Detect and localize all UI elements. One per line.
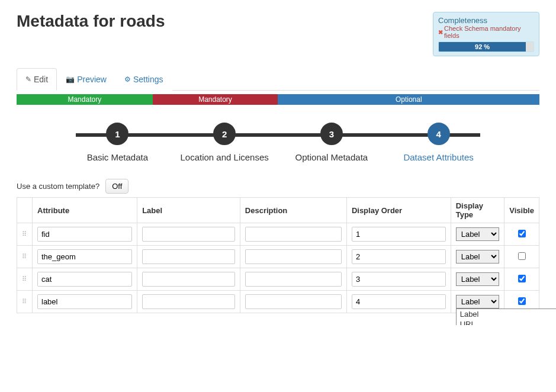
tab-label: Edit xyxy=(34,75,48,84)
drag-handle-icon[interactable]: ⠿ xyxy=(17,246,33,268)
display-type-select[interactable]: Label xyxy=(456,227,500,241)
step-label: Dataset Attributes xyxy=(403,152,473,162)
attribute-input[interactable] xyxy=(37,227,132,242)
band-red: Mandatory xyxy=(153,94,278,105)
table-row: ⠿Label xyxy=(17,223,539,246)
step-1[interactable]: 1Basic Metadata xyxy=(64,123,171,162)
display-type-select[interactable]: Label xyxy=(456,295,500,309)
display-type-select[interactable]: Label xyxy=(456,272,500,286)
tab-bar: ✎Edit📷Preview⚙Settings xyxy=(17,68,539,91)
edit-icon: ✎ xyxy=(25,75,31,83)
dropdown-option[interactable]: URL xyxy=(457,319,556,325)
column-attribute: Attribute xyxy=(33,198,137,223)
attribute-input[interactable] xyxy=(37,272,132,287)
attributes-table: Attribute Label Description Display Orde… xyxy=(17,197,539,313)
table-row: ⠿LabelLabelURLImageVideo (mp4)Video (ogg… xyxy=(17,291,539,313)
description-input[interactable] xyxy=(245,294,342,309)
wizard-stepper: 1Basic Metadata2Location and Licenses3Op… xyxy=(17,105,539,162)
column-description: Description xyxy=(240,198,346,223)
visible-checkbox[interactable] xyxy=(518,252,526,260)
progress-fill: 92 % xyxy=(439,42,526,52)
preview-icon: 📷 xyxy=(66,75,75,83)
visible-checkbox[interactable] xyxy=(518,230,526,237)
drag-handle-icon[interactable]: ⠿ xyxy=(17,291,33,313)
step-4[interactable]: 4Dataset Attributes xyxy=(385,123,492,162)
settings-icon: ⚙ xyxy=(124,75,131,83)
error-icon: ✖ xyxy=(438,29,443,36)
attribute-input[interactable] xyxy=(37,294,132,309)
step-circle: 1 xyxy=(106,123,128,145)
step-circle: 3 xyxy=(320,123,343,145)
order-input[interactable] xyxy=(352,272,446,287)
custom-template-label: Use a custom template? xyxy=(17,182,99,191)
visible-checkbox[interactable] xyxy=(518,297,526,305)
visible-checkbox[interactable] xyxy=(518,275,526,282)
description-input[interactable] xyxy=(245,272,342,287)
table-row: ⠿Label xyxy=(17,246,539,268)
step-label: Location and Licenses xyxy=(180,152,268,162)
display-type-dropdown[interactable]: LabelURLImageVideo (mp4)Video (ogg)Video… xyxy=(456,309,556,325)
drag-handle-icon[interactable]: ⠿ xyxy=(17,223,33,246)
column-display-type: Display Type xyxy=(451,198,504,223)
band-row: MandatoryMandatoryOptional xyxy=(17,94,539,105)
tab-label: Preview xyxy=(77,75,107,84)
page-title: Metadata for roads xyxy=(17,12,165,31)
description-input[interactable] xyxy=(245,249,342,264)
band-blue: Optional xyxy=(278,94,539,105)
column-visible: Visible xyxy=(504,198,539,223)
custom-template-toggle[interactable]: Off xyxy=(105,179,128,194)
label-input[interactable] xyxy=(142,227,235,242)
order-input[interactable] xyxy=(352,249,446,264)
label-input[interactable] xyxy=(142,272,235,287)
label-input[interactable] xyxy=(142,294,235,309)
completeness-panel: Completeness ✖ Check Schema mandatory fi… xyxy=(433,12,539,56)
step-2[interactable]: 2Location and Licenses xyxy=(171,123,278,162)
step-3[interactable]: 3Optional Metadata xyxy=(278,123,385,162)
label-input[interactable] xyxy=(142,249,235,264)
column-handle xyxy=(17,198,33,223)
order-input[interactable] xyxy=(352,227,446,242)
progress-bar: 92 % xyxy=(438,41,534,52)
attribute-input[interactable] xyxy=(37,249,132,264)
order-input[interactable] xyxy=(352,294,446,309)
table-row: ⠿Label xyxy=(17,268,539,291)
display-type-select[interactable]: Label xyxy=(456,250,500,264)
dropdown-option[interactable]: Label xyxy=(457,309,556,319)
tab-preview[interactable]: 📷Preview xyxy=(57,68,115,91)
tab-settings[interactable]: ⚙Settings xyxy=(115,68,172,91)
band-green: Mandatory xyxy=(17,94,153,105)
drag-handle-icon[interactable]: ⠿ xyxy=(17,268,33,291)
step-circle: 4 xyxy=(428,123,450,145)
description-input[interactable] xyxy=(245,227,342,242)
completeness-message: ✖ Check Schema mandatory fields xyxy=(438,25,534,39)
tab-label: Settings xyxy=(133,75,163,84)
completeness-title: Completeness xyxy=(438,16,534,25)
step-circle: 2 xyxy=(213,123,236,145)
tab-edit[interactable]: ✎Edit xyxy=(17,68,57,91)
step-label: Optional Metadata xyxy=(295,152,368,162)
step-label: Basic Metadata xyxy=(87,152,148,162)
column-display-order: Display Order xyxy=(346,198,451,223)
column-label: Label xyxy=(137,198,240,223)
